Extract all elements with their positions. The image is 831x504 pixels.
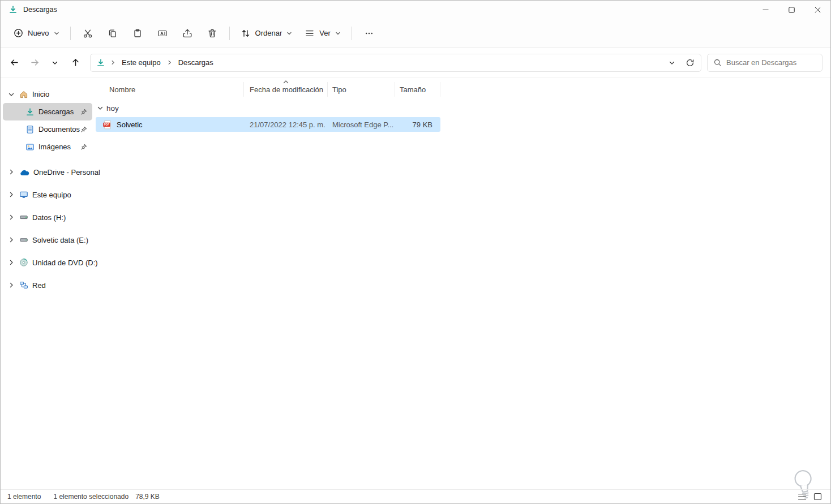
- sidebar-item-label: OneDrive - Personal: [33, 168, 100, 176]
- group-header-hoy[interactable]: hoy: [96, 101, 830, 115]
- chevron-down-icon: [52, 59, 58, 66]
- dvd-disc-icon: [19, 258, 28, 267]
- sidebar-item-label: Solvetic data (E:): [32, 236, 88, 244]
- delete-button[interactable]: [200, 23, 225, 44]
- sidebar-item-red[interactable]: Red: [3, 274, 92, 296]
- share-button[interactable]: [175, 23, 200, 44]
- chevron-right-icon[interactable]: [7, 213, 15, 221]
- sidebar-item-este-equipo[interactable]: Este equipo: [3, 183, 92, 206]
- sort-button[interactable]: Ordenar: [234, 23, 299, 44]
- file-type: Microsoft Edge P...: [328, 117, 395, 132]
- column-header-tamano[interactable]: Tamaño: [395, 82, 440, 97]
- breadcrumb-chevron-icon[interactable]: [109, 60, 117, 65]
- maximize-button[interactable]: [778, 1, 804, 19]
- chevron-right-icon[interactable]: [7, 168, 15, 176]
- chevron-down-icon: [335, 31, 341, 36]
- search-box: [707, 54, 823, 72]
- chevron-right-icon[interactable]: [7, 236, 15, 244]
- column-headers: Nombre Fecha de modificación Tipo Tamaño: [96, 82, 830, 97]
- sidebar-item-label: Datos (H:): [32, 213, 66, 222]
- breadcrumb-descargas[interactable]: Descargas: [174, 55, 217, 70]
- recent-locations-button[interactable]: [45, 53, 65, 72]
- sidebar-item-documentos[interactable]: Documentos: [3, 120, 92, 138]
- up-arrow-icon: [71, 58, 80, 67]
- details-view-button[interactable]: [796, 491, 808, 502]
- status-bar: 1 elemento 1 elemento seleccionado 78,9 …: [1, 489, 830, 503]
- copy-button[interactable]: [100, 23, 125, 44]
- more-options-icon: [364, 28, 374, 38]
- new-button-label: Nuevo: [28, 29, 49, 37]
- sort-ascending-caret-icon: [282, 80, 289, 84]
- downloads-location-icon: [96, 58, 105, 67]
- sidebar-item-datos-h[interactable]: Datos (H:): [3, 206, 92, 229]
- copy-icon: [108, 28, 118, 38]
- new-button[interactable]: Nuevo: [7, 23, 66, 44]
- details-view-icon: [798, 493, 807, 501]
- toolbar-separator: [229, 27, 230, 40]
- file-name: Solvetic: [117, 120, 143, 129]
- search-input[interactable]: [726, 58, 816, 67]
- hard-drive-icon: [19, 235, 28, 244]
- large-icons-view-button[interactable]: [811, 491, 824, 502]
- column-header-nombre[interactable]: Nombre: [96, 82, 244, 97]
- sidebar-item-label: Unidad de DVD (D:): [32, 259, 98, 267]
- chevron-right-icon[interactable]: [7, 191, 15, 199]
- sidebar-item-inicio[interactable]: Inicio: [3, 85, 92, 103]
- file-rows: PDF Solvetic 21/07/2022 12:45 p. m. Micr…: [96, 117, 830, 132]
- refresh-button[interactable]: [682, 55, 699, 71]
- sidebar-item-dvd-d[interactable]: Unidad de DVD (D:): [3, 251, 92, 274]
- view-button[interactable]: Ver: [298, 23, 347, 44]
- back-button[interactable]: [5, 53, 24, 72]
- cut-button[interactable]: [75, 23, 100, 44]
- document-icon: [25, 125, 35, 134]
- file-modified: 21/07/2022 12:45 p. m.: [244, 117, 328, 132]
- hard-drive-icon: [19, 213, 28, 222]
- forward-button[interactable]: [25, 53, 44, 72]
- chevron-down-icon[interactable]: [97, 105, 104, 111]
- file-row-solvetic[interactable]: PDF Solvetic 21/07/2022 12:45 p. m. Micr…: [96, 117, 440, 132]
- sidebar-item-solvetic-data-e[interactable]: Solvetic data (E:): [3, 229, 92, 251]
- minimize-button[interactable]: [752, 1, 778, 19]
- onedrive-cloud-icon: [19, 169, 29, 176]
- pin-icon: [80, 144, 87, 150]
- sidebar-item-onedrive[interactable]: OneDrive - Personal: [3, 161, 92, 183]
- chevron-right-icon[interactable]: [7, 281, 15, 289]
- column-header-tipo[interactable]: Tipo: [328, 82, 395, 97]
- column-label: Nombre: [109, 85, 135, 94]
- window-controls: [752, 1, 830, 19]
- view-button-label: Ver: [319, 29, 331, 37]
- group-label: hoy: [106, 104, 119, 113]
- up-button[interactable]: [66, 53, 85, 72]
- file-name-cell: PDF Solvetic: [96, 117, 244, 132]
- clipboard-icon: [132, 28, 143, 38]
- sidebar-item-imagenes[interactable]: Imágenes: [3, 138, 92, 156]
- explorer-body: Inicio Descargas Documentos: [1, 77, 830, 489]
- close-button[interactable]: [804, 1, 830, 19]
- pin-icon: [80, 126, 87, 133]
- toolbar-separator: [70, 27, 71, 40]
- chevron-down-icon: [54, 31, 59, 36]
- paste-button[interactable]: [125, 23, 150, 44]
- file-size: 79 KB: [395, 117, 440, 132]
- pictures-icon: [25, 143, 35, 152]
- more-options-button[interactable]: [357, 23, 382, 44]
- sidebar: Inicio Descargas Documentos: [1, 77, 95, 489]
- breadcrumb-chevron-icon[interactable]: [166, 60, 173, 65]
- chevron-right-icon[interactable]: [7, 259, 15, 266]
- chevron-down-icon[interactable]: [7, 91, 15, 98]
- chevron-down-icon: [286, 31, 292, 36]
- sidebar-item-descargas[interactable]: Descargas: [3, 103, 92, 120]
- svg-text:PDF: PDF: [104, 123, 109, 126]
- address-dropdown-button[interactable]: [663, 55, 680, 71]
- rename-button[interactable]: [150, 23, 175, 44]
- trash-icon: [207, 28, 217, 38]
- column-header-fecha[interactable]: Fecha de modificación: [244, 82, 328, 97]
- selection-size: 78,9 KB: [135, 493, 160, 501]
- sidebar-separator: [1, 156, 95, 161]
- address-bar[interactable]: Este equipo Descargas: [90, 54, 701, 72]
- refresh-icon: [686, 58, 695, 67]
- sidebar-item-label: Documentos: [38, 125, 80, 133]
- sidebar-item-label: Este equipo: [32, 191, 71, 199]
- navigation-bar: Este equipo Descargas: [1, 48, 830, 77]
- breadcrumb-este-equipo[interactable]: Este equipo: [118, 55, 165, 70]
